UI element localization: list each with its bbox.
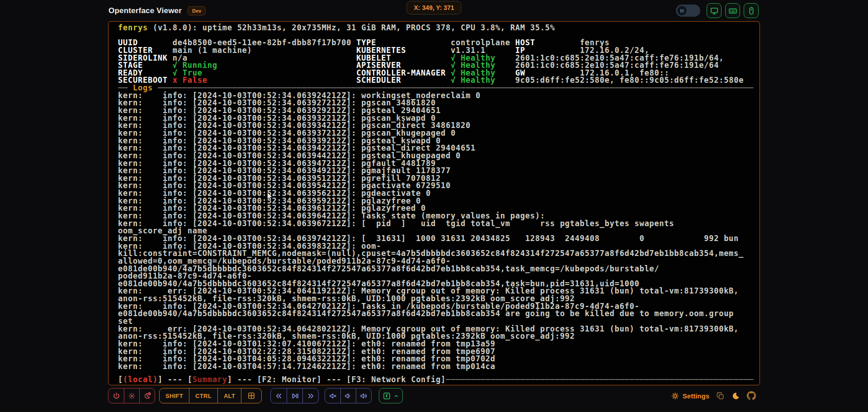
app-title: Openterface Viewer bbox=[108, 6, 182, 15]
keyboard-button[interactable] bbox=[725, 3, 740, 18]
function-keys-group bbox=[379, 388, 403, 403]
modifier-keys-group: SHIFT CTRL ALT bbox=[159, 388, 262, 403]
grid-icon bbox=[247, 392, 255, 400]
rewind-button[interactable] bbox=[271, 388, 287, 403]
ctrl-key-button[interactable]: CTRL bbox=[189, 388, 217, 403]
power-group bbox=[108, 388, 155, 403]
key-grid-button[interactable] bbox=[241, 388, 261, 403]
chevron-up-icon bbox=[393, 393, 399, 399]
gear-icon bbox=[671, 392, 679, 400]
volume-up-button[interactable] bbox=[356, 388, 371, 403]
terminal-line: fenrys (v1.8.0): uptime 52h33m13s, 20x73… bbox=[113, 24, 758, 32]
fast-forward-button[interactable] bbox=[302, 388, 318, 403]
hid-toggle[interactable]: H bbox=[676, 5, 700, 17]
monitor-icon bbox=[710, 6, 719, 15]
media-controls-group bbox=[270, 388, 319, 403]
mouse-button[interactable] bbox=[744, 3, 759, 18]
moon-icon bbox=[731, 392, 740, 400]
power-button[interactable] bbox=[108, 388, 124, 403]
volume-high-icon bbox=[359, 392, 368, 400]
volume-down-button[interactable] bbox=[340, 388, 356, 403]
title-bar: Openterface Viewer Dev X: 349, Y: 371 H bbox=[0, 0, 868, 21]
shift-key-button[interactable]: SHIFT bbox=[160, 388, 189, 403]
moon-clock-icon bbox=[143, 392, 151, 400]
alt-key-button[interactable]: ALT bbox=[217, 388, 241, 403]
copy-button[interactable] bbox=[716, 392, 725, 400]
settings-button[interactable]: Settings bbox=[671, 392, 709, 400]
sun-icon bbox=[127, 392, 136, 400]
chevrons-left-icon bbox=[274, 392, 283, 400]
sleep-button[interactable] bbox=[139, 388, 155, 403]
volume-controls-group bbox=[325, 388, 372, 403]
github-cat-icon bbox=[747, 391, 756, 400]
monitor-button[interactable] bbox=[707, 3, 722, 18]
terminal-line: e081de00b940/4a7b5dbbbbdc3603652c84f8243… bbox=[113, 310, 758, 317]
terminal-output: fenrys (v1.8.0): uptime 52h33m13s, 20x73… bbox=[108, 22, 760, 385]
mouse-icon bbox=[747, 6, 756, 15]
terminal-status-line: [(local)] --- [Summary] --- [F2: Monitor… bbox=[113, 376, 754, 384]
terminal-line: kern: info: [2024-10-03T00:52:34.0639672… bbox=[113, 220, 758, 227]
function-keys-button[interactable] bbox=[379, 388, 402, 403]
copy-icon bbox=[716, 392, 725, 400]
github-button[interactable] bbox=[747, 391, 756, 400]
volume-low-icon bbox=[344, 392, 353, 400]
hid-toggle-knob: H bbox=[677, 5, 687, 16]
settings-label: Settings bbox=[683, 392, 709, 400]
dev-badge: Dev bbox=[188, 6, 206, 15]
mouse-coordinates-badge: X: 349, Y: 371 bbox=[407, 1, 462, 14]
keyboard-icon bbox=[728, 6, 737, 15]
brightness-button[interactable] bbox=[124, 388, 139, 403]
volume-mute-icon bbox=[329, 392, 337, 400]
terminal-line: kern: info: [2024-10-03T04:57:14.7124622… bbox=[113, 363, 758, 370]
app-window: { "topbar": { "title": "Openterface View… bbox=[0, 0, 868, 412]
toolbar-right-section: Settings bbox=[671, 391, 760, 400]
play-pause-button[interactable] bbox=[287, 388, 302, 403]
play-pause-icon bbox=[291, 392, 299, 400]
fn-key-icon bbox=[382, 392, 391, 400]
chevrons-right-icon bbox=[307, 392, 315, 400]
dark-mode-button[interactable] bbox=[731, 392, 740, 400]
mute-button[interactable] bbox=[325, 388, 340, 403]
control-toolbar: SHIFT CTRL ALT bbox=[108, 387, 760, 404]
remote-screen[interactable]: fenrys (v1.8.0): uptime 52h33m13s, 20x73… bbox=[108, 21, 760, 385]
power-icon bbox=[112, 392, 121, 400]
